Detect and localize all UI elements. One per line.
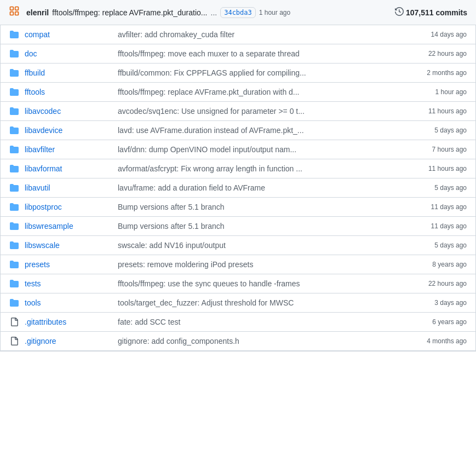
file-time: 5 days ago xyxy=(417,184,467,192)
file-row: testsfftools/ffmpeg: use the sync queues… xyxy=(1,274,475,293)
folder-icon xyxy=(9,202,19,212)
file-name[interactable]: libswresample xyxy=(25,222,112,231)
file-name[interactable]: doc xyxy=(25,49,112,58)
file-commit-message: swscale: add NV16 input/output xyxy=(118,241,412,250)
file-commit-message: fftools/ffmpeg: replace AVFrame.pkt_dura… xyxy=(118,88,412,96)
file-commit-message: tools/target_dec_fuzzer: Adjust threshol… xyxy=(118,298,412,307)
folder-icon xyxy=(9,279,19,289)
svg-rect-3 xyxy=(15,12,19,15)
file-time: 11 days ago xyxy=(417,222,467,230)
commit-user[interactable]: elenril xyxy=(26,8,49,17)
file-row: .gitignoregitignore: add config_componen… xyxy=(1,332,475,351)
file-name[interactable]: presets xyxy=(25,260,112,269)
file-row: libavutillavu/frame: add a duration fiel… xyxy=(1,178,475,198)
file-time: 3 days ago xyxy=(417,299,467,307)
file-name[interactable]: compat xyxy=(25,30,112,39)
file-time: 5 days ago xyxy=(417,126,467,134)
file-time: 5 days ago xyxy=(417,241,467,249)
folder-icon xyxy=(9,30,19,39)
file-commit-message: ffbuild/common: Fix CPPFLAGS applied for… xyxy=(118,68,412,77)
commits-count[interactable]: 107,511 commits xyxy=(395,7,467,18)
file-icon xyxy=(9,317,19,327)
commit-ellipsis: ... xyxy=(211,8,217,17)
file-row: libpostprocBump versions after 5.1 branc… xyxy=(1,198,475,217)
file-time: 22 hours ago xyxy=(417,50,467,57)
file-time: 1 hour ago xyxy=(417,88,467,96)
folder-icon xyxy=(9,106,19,116)
commits-count-label: 107,511 commits xyxy=(406,8,467,17)
file-name[interactable]: .gitattributes xyxy=(25,318,112,326)
svg-rect-1 xyxy=(15,7,19,10)
file-commit-message: lavf/dnn: dump OpenVINO model input/outp… xyxy=(118,145,412,154)
file-time: 11 hours ago xyxy=(417,165,467,172)
commit-hash[interactable]: 34cbda3 xyxy=(220,7,256,18)
file-row: toolstools/target_dec_fuzzer: Adjust thr… xyxy=(1,293,475,313)
file-row: ffbuildffbuild/common: Fix CPPFLAGS appl… xyxy=(1,64,475,83)
file-row: docfftools/ffmpeg: move each muxer to a … xyxy=(1,44,475,64)
file-row: libavdevicelavd: use AVFrame.duration in… xyxy=(1,121,475,140)
file-commit-message: avfilter: add chromakey_cuda filter xyxy=(118,30,412,39)
file-time: 11 hours ago xyxy=(417,107,467,115)
repo-icon xyxy=(9,5,20,19)
file-row: fftoolsfftools/ffmpeg: replace AVFrame.p… xyxy=(1,83,475,102)
history-icon xyxy=(395,7,404,18)
file-commit-message: avformat/asfcrypt: Fix wrong array lengt… xyxy=(118,164,412,173)
folder-icon xyxy=(9,183,19,193)
file-name[interactable]: libavfilter xyxy=(25,145,112,154)
file-time: 7 hours ago xyxy=(417,146,467,153)
folder-icon xyxy=(9,240,19,250)
file-time: 2 months ago xyxy=(417,69,467,77)
file-time: 22 hours ago xyxy=(417,280,467,287)
folder-icon xyxy=(9,260,19,269)
file-commit-message: fftools/ffmpeg: use the sync queues to h… xyxy=(118,279,412,288)
file-list: compatavfilter: add chromakey_cuda filte… xyxy=(0,25,476,351)
file-row: libavfilterlavf/dnn: dump OpenVINO model… xyxy=(1,140,475,159)
repo-header: elenril fftools/ffmpeg: replace AVFrame.… xyxy=(0,0,476,25)
file-commit-message: lavu/frame: add a duration field to AVFr… xyxy=(118,183,412,192)
file-row: libswresampleBump versions after 5.1 bra… xyxy=(1,217,475,236)
file-name[interactable]: libavformat xyxy=(25,164,112,173)
file-name[interactable]: libswscale xyxy=(25,241,112,250)
file-time: 8 years ago xyxy=(417,261,467,268)
file-commit-message: gitignore: add config_components.h xyxy=(118,337,412,345)
header-commit-info: elenril fftools/ffmpeg: replace AVFrame.… xyxy=(26,7,391,18)
file-row: presetspresets: remove moldering iPod pr… xyxy=(1,255,475,274)
file-name[interactable]: libpostproc xyxy=(25,203,112,211)
file-commit-message: lavd: use AVFrame.duration instead of AV… xyxy=(118,126,412,135)
file-name[interactable]: libavutil xyxy=(25,183,112,192)
file-time: 6 years ago xyxy=(417,318,467,326)
file-name[interactable]: tools xyxy=(25,298,112,307)
file-name[interactable]: fftools xyxy=(25,88,112,96)
file-commit-message: fftools/ffmpeg: move each muxer to a sep… xyxy=(118,49,412,58)
commit-time: 1 hour ago xyxy=(259,9,290,16)
file-row: libavformatavformat/asfcrypt: Fix wrong … xyxy=(1,159,475,178)
folder-icon xyxy=(9,298,19,308)
svg-rect-2 xyxy=(10,12,14,15)
file-name[interactable]: tests xyxy=(25,279,112,288)
file-name[interactable]: libavcodec xyxy=(25,107,112,116)
file-row: compatavfilter: add chromakey_cuda filte… xyxy=(1,25,475,44)
folder-icon xyxy=(9,49,19,59)
commit-message[interactable]: fftools/ffmpeg: replace AVFrame.pkt_dura… xyxy=(52,8,207,17)
file-commit-message: Bump versions after 5.1 branch xyxy=(118,203,412,211)
folder-icon xyxy=(9,125,19,135)
folder-icon xyxy=(9,68,19,78)
file-commit-message: presets: remove moldering iPod presets xyxy=(118,260,412,269)
file-name[interactable]: .gitignore xyxy=(25,337,112,345)
file-time: 4 months ago xyxy=(417,337,467,345)
file-name[interactable]: ffbuild xyxy=(25,68,112,77)
file-name[interactable]: libavdevice xyxy=(25,126,112,135)
file-commit-message: avcodec/svq1enc: Use unsigned for parame… xyxy=(118,107,412,116)
svg-rect-0 xyxy=(10,7,14,10)
folder-icon xyxy=(9,87,19,97)
file-commit-message: Bump versions after 5.1 branch xyxy=(118,222,412,231)
file-commit-message: fate: add SCC test xyxy=(118,318,412,326)
folder-icon xyxy=(9,145,19,154)
file-row: libswscaleswscale: add NV16 input/output… xyxy=(1,236,475,255)
folder-icon xyxy=(9,221,19,231)
file-icon xyxy=(9,336,19,346)
file-time: 11 days ago xyxy=(417,203,467,211)
file-row: libavcodecavcodec/svq1enc: Use unsigned … xyxy=(1,102,475,121)
file-row: .gitattributesfate: add SCC test6 years … xyxy=(1,313,475,332)
file-time: 14 days ago xyxy=(417,31,467,38)
